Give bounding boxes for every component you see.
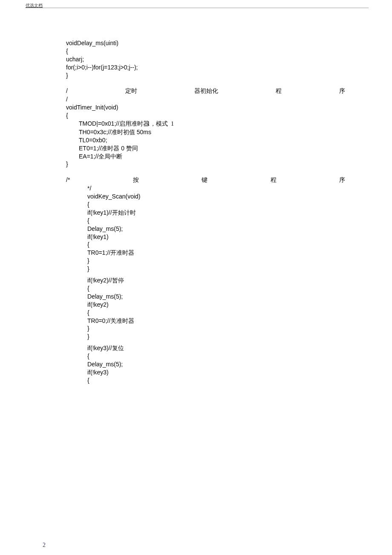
code-line: } (66, 72, 345, 80)
code-line: if(!key2)//暂停 (66, 276, 345, 285)
code-text: TMOD|=0x01;//启用准时器 (79, 120, 156, 128)
comment-text: 程 (276, 87, 282, 95)
code-line: TMOD|=0x01;//启用准时器 1，模式 1 (66, 120, 345, 128)
code-line: } (66, 325, 345, 333)
comment-text: 序 (339, 87, 345, 95)
key-comment: /* 按 键 程 序 */ (66, 176, 345, 193)
code-line: if(!key3)//复位 (66, 344, 345, 352)
code-line: if(!key3) (66, 368, 345, 377)
delay-function: voidDelay_ms(uinti) { ucharj; for(;i>0;i… (66, 39, 345, 79)
key-function: voidKey_Scan(void) { if(!key1)//开始计时 { D… (66, 193, 345, 384)
header-divider (26, 8, 369, 8)
comment-text: 定时 (125, 87, 137, 95)
code-line: TL0=0xb0; (66, 136, 345, 144)
comment-text: 器初始化 (194, 87, 218, 95)
code-line: voidDelay_ms(uinti) (66, 39, 345, 47)
code-line: } (66, 257, 345, 265)
comment-slash: / (66, 95, 345, 104)
code-line: } (66, 265, 345, 273)
code-line: ucharj; (66, 55, 345, 63)
code-line: ET0=1;//准时器 0 赞同 (66, 144, 345, 152)
comment-text: 序 (339, 176, 345, 184)
comment-open: /* (66, 176, 70, 184)
code-line: Delay_ms(5); (66, 360, 345, 368)
comment-text: 程 (271, 176, 277, 184)
code-line: { (66, 47, 345, 55)
code-line: voidTimer_Init(void) (66, 104, 345, 112)
code-line: { (66, 352, 345, 360)
code-content: voidDelay_ms(uinti) { ucharj; for(;i>0;i… (66, 39, 345, 392)
code-line: } (66, 160, 345, 168)
code-line: { (66, 241, 345, 249)
code-line: Delay_ms(5); (66, 225, 345, 233)
code-line: EA=1;//全局中断 (66, 152, 345, 161)
code-line: { (66, 201, 345, 209)
code-line: TR0=0;//关准时器 (66, 317, 345, 325)
comment-text: 按 (133, 176, 139, 184)
code-line: if(!key1)//开始计时 (66, 209, 345, 217)
code-text: 1，模式 1 (147, 120, 174, 128)
code-line: for(;i>0;i--)for(j=123;j>0;j--); (66, 63, 345, 72)
timer-comment: / 定时 器初始化 程 序 / (66, 87, 345, 104)
code-line: { (66, 285, 345, 293)
code-line: Delay_ms(5); (66, 293, 345, 301)
comment-text: 键 (202, 176, 208, 184)
code-line: { (66, 112, 345, 120)
code-line: TR0=1;//开准时器 (66, 249, 345, 257)
timer-function: voidTimer_Init(void) { TMOD|=0x01;//启用准时… (66, 104, 345, 168)
code-line: voidKey_Scan(void) (66, 193, 345, 201)
page-number: 2 (43, 542, 46, 549)
code-line: TH0=0x3c;//准时初值 50ms (66, 128, 345, 136)
code-line: { (66, 217, 345, 225)
comment-slash: / (66, 87, 68, 95)
code-line: { (66, 309, 345, 317)
code-line: if(!key2) (66, 301, 345, 309)
code-line: if(!key1) (66, 233, 345, 241)
code-line: { (66, 377, 345, 385)
code-line: } (66, 333, 345, 341)
comment-close: */ (66, 184, 345, 193)
